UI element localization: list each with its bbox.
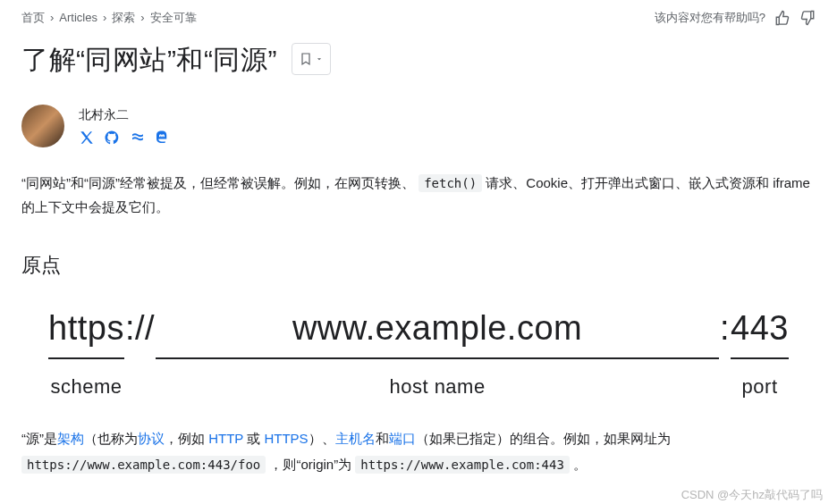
helpful-prompt: 该内容对您有帮助吗? xyxy=(655,9,816,27)
diagram-host-label: host name xyxy=(156,372,719,401)
author-name: 北村永二 xyxy=(79,105,170,124)
text: 和 xyxy=(376,431,389,446)
link-http[interactable]: HTTP xyxy=(208,431,243,446)
section-heading-origin: 原点 xyxy=(21,250,816,280)
underline xyxy=(156,357,719,359)
author-socials xyxy=(79,130,170,146)
watermark: CSDN @今天hz敲代码了吗 xyxy=(681,486,823,504)
glitch-icon[interactable] xyxy=(129,130,145,146)
link-hostname[interactable]: 主机名 xyxy=(335,431,376,446)
diagram-port-label: port xyxy=(731,372,789,401)
text: “同网站”和“同源”经常被提及，但经常被误解。例如，在网页转换、 xyxy=(21,175,418,190)
link-https[interactable]: HTTPS xyxy=(264,431,308,446)
breadcrumb-item[interactable]: Articles xyxy=(59,9,97,27)
diagram-separator: : xyxy=(719,303,731,354)
mastodon-icon[interactable] xyxy=(154,130,170,146)
thumbs-up-icon[interactable] xyxy=(774,10,790,26)
origin-explanation: “源”是架构（也称为协议，例如 HTTP 或 HTTPS）、主机名和端口（如果已… xyxy=(21,426,816,477)
text: 。 xyxy=(570,457,587,472)
chevron-right-icon: › xyxy=(140,9,144,27)
diagram-scheme-text: https xyxy=(48,303,124,354)
text: 或 xyxy=(243,431,264,446)
diagram-scheme-label: scheme xyxy=(48,372,124,401)
thumbs-down-icon[interactable] xyxy=(799,10,816,26)
text: ，则“origin”为 xyxy=(266,457,355,472)
avatar xyxy=(21,105,64,147)
origin-diagram: https scheme :// www.example.com host na… xyxy=(21,303,816,401)
underline xyxy=(731,357,789,359)
github-icon[interactable] xyxy=(104,130,120,146)
diagram-separator: :// xyxy=(124,303,156,354)
page-title: 了解“同网站”和“同源” xyxy=(21,39,277,80)
link-architecture[interactable]: 架构 xyxy=(57,431,84,446)
underline xyxy=(48,357,124,359)
text: （也称为 xyxy=(84,431,138,446)
diagram-host-text: www.example.com xyxy=(156,303,719,354)
bookmark-button[interactable] xyxy=(292,43,331,75)
text: “源”是 xyxy=(21,431,57,446)
helpful-text: 该内容对您有帮助吗? xyxy=(655,9,765,27)
text: ）、 xyxy=(309,431,335,446)
link-port[interactable]: 端口 xyxy=(389,431,416,446)
text: （如果已指定）的组合。例如，如果网址为 xyxy=(416,431,671,446)
breadcrumb-item[interactable]: 安全可靠 xyxy=(150,9,197,27)
diagram-port-text: 443 xyxy=(731,303,789,354)
code-example-url: https://www.example.com:443/foo xyxy=(21,456,266,474)
breadcrumb-item[interactable]: 探索 xyxy=(112,9,135,27)
chevron-right-icon: › xyxy=(50,9,54,27)
text: ，例如 xyxy=(165,431,208,446)
breadcrumb-item[interactable]: 首页 xyxy=(21,9,45,27)
chevron-right-icon: › xyxy=(103,9,106,27)
link-protocol[interactable]: 协议 xyxy=(138,431,165,446)
x-icon[interactable] xyxy=(79,130,95,146)
code-fetch: fetch() xyxy=(418,174,482,192)
code-example-origin: https://www.example.com:443 xyxy=(355,456,570,474)
intro-paragraph: “同网站”和“同源”经常被提及，但经常被误解。例如，在网页转换、 fetch()… xyxy=(21,171,816,221)
author-block: 北村永二 xyxy=(21,105,816,147)
